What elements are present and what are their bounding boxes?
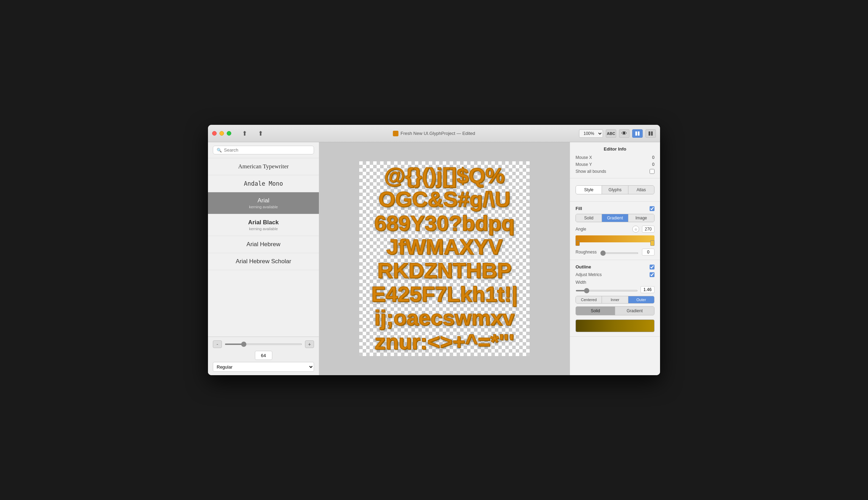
import-button[interactable]: ⬆: [238, 128, 251, 139]
svg-rect-1: [638, 131, 640, 136]
zoom-select[interactable]: 100% 50% 200%: [579, 129, 603, 138]
tab-style[interactable]: Style: [576, 186, 602, 194]
fill-checkbox[interactable]: [650, 206, 654, 211]
right-panel: Editor Info Mouse X 0 Mouse Y 0 Show all…: [570, 142, 660, 375]
fill-tab-solid[interactable]: Solid: [576, 214, 602, 222]
editor-info-title: Editor Info: [576, 146, 654, 152]
fill-label: Fill: [576, 206, 582, 211]
titlebar-actions: 100% 50% 200% ABC 👁: [579, 129, 656, 138]
search-icon: 🔍: [217, 148, 222, 153]
width-slider[interactable]: [576, 290, 638, 291]
maximize-button[interactable]: [227, 131, 231, 136]
export-button[interactable]: ⬆: [254, 128, 267, 139]
adjust-metrics-checkbox[interactable]: [650, 272, 654, 277]
mouse-y-row: Mouse Y 0: [576, 162, 654, 167]
position-outer[interactable]: Outer: [628, 296, 654, 303]
svg-rect-0: [635, 131, 637, 136]
outline-style-solid[interactable]: Solid: [576, 307, 615, 315]
font-list: American Typewriter Andale Mono Arial ke…: [208, 158, 319, 337]
font-item-arial-hebrew-scholar[interactable]: Arial Hebrew Scholar: [208, 253, 319, 270]
gradient-stop-right[interactable]: [650, 240, 654, 246]
show-bounds-label: Show all bounds: [576, 169, 606, 174]
show-bounds-checkbox[interactable]: [650, 169, 654, 174]
fill-section: Fill Solid Gradient Image Angle ◎ 270: [570, 202, 660, 260]
titlebar-title: Fresh New UI.GlyphProject — Edited: [393, 131, 475, 136]
preview-button[interactable]: 👁: [619, 129, 629, 138]
fill-tab-gradient[interactable]: Gradient: [602, 214, 628, 222]
mouse-y-value: 0: [641, 162, 654, 167]
titlebar: ⬆ ⬆ Fresh New UI.GlyphProject — Edited 1…: [208, 125, 660, 142]
svg-rect-3: [651, 131, 653, 136]
fill-header: Fill: [576, 206, 654, 211]
angle-value[interactable]: 270: [642, 226, 654, 233]
size-decrease-button[interactable]: -: [213, 340, 222, 348]
outline-style-gradient[interactable]: Gradient: [615, 307, 654, 315]
font-item-american-typewriter[interactable]: American Typewriter: [208, 158, 319, 175]
show-bounds-row: Show all bounds: [576, 169, 654, 174]
close-button[interactable]: [212, 131, 217, 136]
layout-1-button[interactable]: [632, 129, 643, 138]
canvas-inner[interactable]: @{}()j[]$Q% OGC&S#g/\U 689Y30?bdpq JfWMA…: [359, 161, 530, 356]
outline-header: Outline: [576, 264, 654, 269]
outline-style-tabs: Solid Gradient: [576, 306, 654, 315]
traffic-lights: [212, 131, 231, 136]
search-input-wrap[interactable]: 🔍: [213, 146, 314, 154]
font-item-arial-hebrew[interactable]: Arial Hebrew: [208, 236, 319, 253]
adjust-metrics-row: Adjust Metrics: [576, 272, 654, 277]
minimize-button[interactable]: [219, 131, 224, 136]
width-value[interactable]: 1.46: [641, 286, 654, 293]
gradient-bar-wrap: [576, 235, 654, 242]
search-input[interactable]: [224, 147, 310, 153]
search-container: 🔍: [208, 142, 319, 158]
tab-glyphs[interactable]: Glyphs: [602, 186, 628, 194]
layout-2-button[interactable]: [645, 129, 656, 138]
angle-label: Angle: [576, 227, 586, 232]
outline-checkbox[interactable]: [650, 265, 654, 269]
font-item-andale-mono[interactable]: Andale Mono: [208, 175, 319, 192]
width-label: Width: [576, 280, 654, 285]
fill-tab-image[interactable]: Image: [628, 214, 654, 222]
mouse-x-value: 0: [641, 155, 654, 160]
editor-info-section: Editor Info Mouse X 0 Mouse Y 0 Show all…: [570, 142, 660, 178]
fill-tabs: Solid Gradient Image: [576, 214, 654, 222]
gradient-bar[interactable]: [576, 235, 654, 242]
mouse-x-row: Mouse X 0: [576, 155, 654, 160]
mouse-x-label: Mouse X: [576, 155, 592, 160]
outline-color-swatch[interactable]: [576, 320, 654, 332]
glyph-display: @{}()j[]$Q% OGC&S#g/\U 689Y30?bdpq JfWMA…: [368, 161, 521, 356]
svg-rect-2: [649, 131, 650, 136]
size-input[interactable]: [255, 351, 272, 360]
font-item-arial[interactable]: Arial kerning available: [208, 192, 319, 214]
roughness-slider[interactable]: [600, 252, 638, 254]
roughness-value[interactable]: 0: [642, 249, 654, 256]
position-tabs: Centered Inner Outer: [576, 296, 654, 304]
mouse-y-label: Mouse Y: [576, 162, 592, 167]
angle-dial[interactable]: ◎: [632, 226, 639, 233]
angle-row: Angle ◎ 270: [576, 226, 654, 233]
sidebar: 🔍 American Typewriter Andale Mono Arial …: [208, 142, 319, 375]
position-inner[interactable]: Inner: [602, 296, 628, 303]
position-centered[interactable]: Centered: [576, 296, 602, 303]
size-increase-button[interactable]: +: [305, 340, 314, 348]
gradient-stop-left[interactable]: [576, 240, 580, 246]
outline-section: Outline Adjust Metrics Width 1.46: [570, 260, 660, 337]
roughness-label: Roughness: [576, 250, 597, 255]
sidebar-bottom: - + Regular Bold Italic: [208, 337, 319, 375]
roughness-row: Roughness 0: [576, 249, 654, 256]
app-icon: [393, 131, 399, 136]
size-slider[interactable]: [225, 344, 302, 345]
outline-label: Outline: [576, 264, 591, 269]
main-content: 🔍 American Typewriter Andale Mono Arial …: [208, 142, 660, 375]
tab-atlas[interactable]: Atlas: [628, 186, 654, 194]
width-row: 1.46: [576, 286, 654, 293]
main-tab-row: Style Glyphs Atlas: [576, 185, 654, 194]
main-tabs-section: Style Glyphs Atlas: [570, 178, 660, 202]
abc-button[interactable]: ABC: [606, 129, 616, 138]
canvas-area: @{}()j[]$Q% OGC&S#g/\U 689Y30?bdpq JfWMA…: [319, 142, 570, 375]
font-item-arial-black[interactable]: Arial Black kerning available: [208, 214, 319, 236]
adjust-metrics-label: Adjust Metrics: [576, 272, 602, 277]
main-window: ⬆ ⬆ Fresh New UI.GlyphProject — Edited 1…: [208, 125, 660, 375]
style-select[interactable]: Regular Bold Italic: [213, 362, 314, 372]
